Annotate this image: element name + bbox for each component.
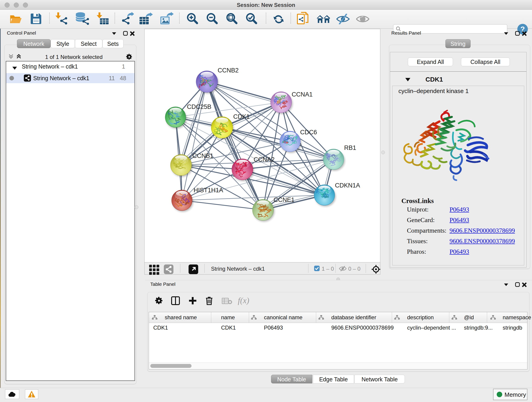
svg-text:CDKN1A: CDKN1A <box>335 182 360 189</box>
svg-text:CCNA1: CCNA1 <box>292 91 313 98</box>
svg-text:CCNB1: CCNB1 <box>192 153 214 159</box>
svg-text:CCNB2: CCNB2 <box>218 67 239 74</box>
svg-text:CDC6: CDC6 <box>300 129 317 136</box>
svg-text:CCNE1: CCNE1 <box>273 196 295 203</box>
svg-text:HIST1H1A: HIST1H1A <box>194 187 223 194</box>
svg-text:CCNA2: CCNA2 <box>254 156 275 163</box>
svg-text:CDK1: CDK1 <box>233 113 250 120</box>
svg-text:CDC25B: CDC25B <box>187 103 211 110</box>
svg-text:RB1: RB1 <box>344 144 356 151</box>
